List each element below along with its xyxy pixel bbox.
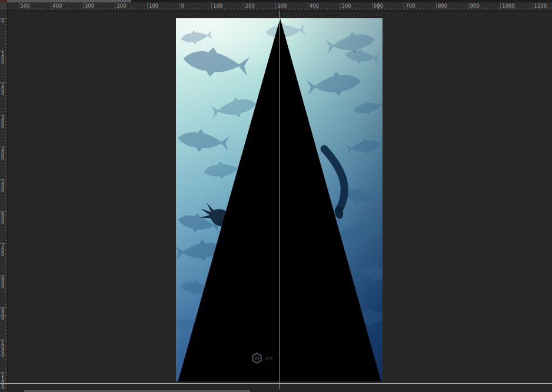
ruler-label: 2 0 0 <box>1 84 4 96</box>
guide-vertical[interactable] <box>280 11 280 389</box>
ruler-label: 900 <box>470 3 479 9</box>
ruler-label: 1100 <box>534 3 547 9</box>
ruler-label: 1 0 0 0 <box>1 341 4 357</box>
watermark-suffix: ·cn <box>264 355 273 361</box>
ruler-label: 400 <box>310 3 319 9</box>
ruler-label: 100 <box>213 3 222 9</box>
ruler-label: 300 <box>277 3 287 9</box>
ruler-label: 500 <box>341 3 351 9</box>
design-canvas-window: 5004003002001000100200300400500600700800… <box>0 0 552 392</box>
ruler-major-tick <box>436 2 437 10</box>
watermark: UI ·cn <box>252 353 273 364</box>
ruler-major-tick <box>404 2 404 10</box>
ruler-label: 3 0 0 <box>1 116 4 128</box>
ruler-label: 0 <box>181 3 184 9</box>
ruler-major-tick <box>51 2 51 10</box>
ruler-label: 1 0 0 <box>1 52 4 64</box>
ruler-major-tick <box>340 2 340 10</box>
ruler-label: 0 <box>1 19 4 24</box>
ruler-major-tick <box>244 2 244 10</box>
ruler-major-tick <box>19 2 19 10</box>
horizontal-scrollbar[interactable] <box>8 390 552 392</box>
ruler-major-tick <box>147 2 148 10</box>
ruler-vertical-mid-ticks <box>4 18 7 392</box>
ruler-label: 7 0 0 <box>1 244 4 257</box>
ruler-horizontal[interactable]: 5004003002001000100200300400500600700800… <box>8 2 552 11</box>
guide-horizontal[interactable] <box>0 383 552 384</box>
ruler-label: 200 <box>117 3 126 9</box>
ruler-major-tick <box>275 2 276 10</box>
ruler-major-tick <box>83 2 84 10</box>
ruler-label: 500 <box>21 3 30 9</box>
ruler-major-tick <box>179 2 180 10</box>
ruler-major-tick <box>308 2 308 10</box>
ruler-origin-box[interactable] <box>0 2 8 11</box>
ruler-label: 300 <box>85 3 94 9</box>
ruler-label: 5 0 0 <box>1 180 4 192</box>
hexagon-logo-icon: UI <box>252 353 262 364</box>
ruler-label: 100 <box>149 3 158 9</box>
ruler-label: 4 0 0 <box>1 148 4 160</box>
ruler-label: 700 <box>405 3 415 9</box>
ruler-label: 9 0 0 <box>1 308 4 321</box>
ruler-label: 600 <box>374 3 383 9</box>
ruler-label: 6 0 0 <box>1 212 4 225</box>
ruler-major-tick <box>468 2 468 10</box>
ruler-major-tick <box>372 2 373 10</box>
ruler-label: 400 <box>52 3 62 9</box>
ruler-label: 8 0 0 <box>1 277 4 289</box>
ruler-major-tick <box>115 2 115 10</box>
ruler-label: 1000 <box>502 3 515 9</box>
ruler-major-tick <box>500 2 501 10</box>
ruler-major-tick <box>211 2 212 10</box>
ruler-label: 1 1 0 0 <box>1 373 4 390</box>
ruler-label: 200 <box>245 3 255 9</box>
watermark-logo-text: UI <box>254 356 259 361</box>
ruler-label: 800 <box>438 3 447 9</box>
ruler-major-tick <box>533 2 533 10</box>
ruler-vertical[interactable]: 01 0 02 0 03 0 04 0 05 0 06 0 07 0 08 0 … <box>0 11 8 392</box>
